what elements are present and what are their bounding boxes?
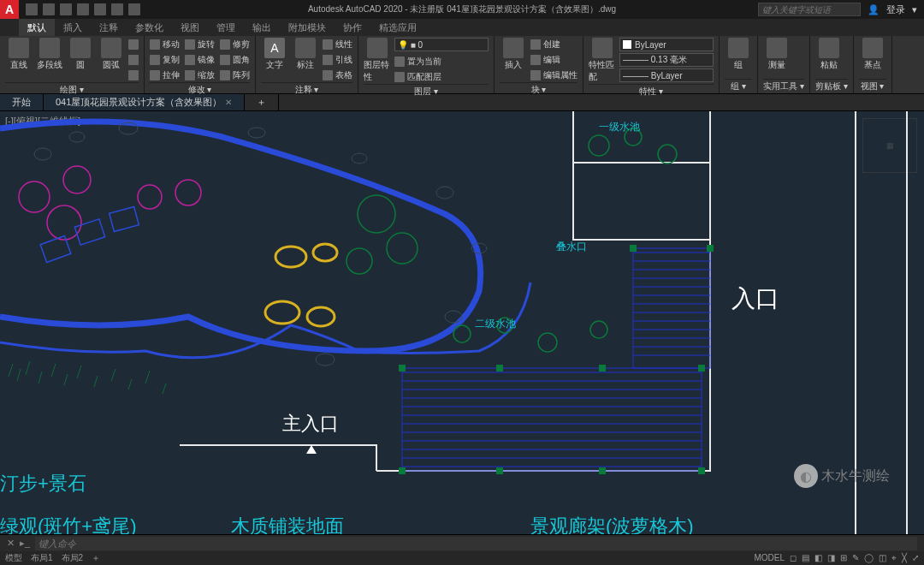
dim-button[interactable]: 标注 [292, 38, 319, 71]
layer-combo[interactable]: 💡 ■ 0 [394, 38, 489, 51]
panel-view-label[interactable]: 视图 ▾ [859, 79, 886, 93]
svg-rect-31 [402, 368, 702, 471]
panel-utils-label[interactable]: 实用工具 ▾ [763, 79, 804, 93]
tab-start[interactable]: 开始 [0, 94, 44, 110]
matchlayer-button[interactable]: 匹配图层 [394, 70, 489, 84]
layout-tab-2[interactable]: 布局2 [62, 552, 84, 564]
text-button[interactable]: A文字 [261, 38, 288, 71]
editattr-button[interactable]: 编辑属性 [530, 68, 578, 82]
wechat-icon: ◐ [794, 464, 818, 488]
color-combo[interactable]: ByLayer [619, 38, 714, 51]
array-button[interactable]: 阵列 [220, 68, 250, 82]
qat-open-icon[interactable] [43, 3, 55, 15]
status-osnap-icon[interactable]: ⊞ [840, 553, 847, 563]
svg-point-11 [346, 248, 372, 274]
hatch-button[interactable] [128, 53, 139, 67]
group-button[interactable]: 组 [725, 38, 752, 71]
linetype-combo[interactable]: ——— ByLayer [619, 68, 714, 82]
arc-button[interactable]: 圆弧 [98, 38, 125, 71]
command-input[interactable] [35, 537, 917, 550]
svg-point-10 [387, 233, 418, 264]
qat-saveas-icon[interactable] [77, 3, 89, 15]
status-ortho-icon[interactable]: ◧ [814, 553, 822, 563]
qat-undo-icon[interactable] [111, 3, 123, 15]
insert-button[interactable]: 插入 [500, 38, 527, 71]
tab-annotate[interactable]: 注释 [91, 19, 127, 36]
svg-point-9 [358, 195, 395, 233]
mirror-button[interactable]: 镜像 [185, 53, 215, 67]
status-grid-icon[interactable]: ◻ [790, 553, 797, 563]
insert-icon [503, 38, 524, 58]
panel-props-label[interactable]: 特性 ▾ [589, 84, 714, 98]
tab-default[interactable]: 默认 [19, 19, 55, 36]
tab-view[interactable]: 视图 [172, 19, 208, 36]
tab-manage[interactable]: 管理 [208, 19, 244, 36]
table-button[interactable]: 表格 [323, 68, 352, 82]
move-button[interactable]: 移动 [150, 38, 180, 51]
layer-props-button[interactable]: 图层特性 [364, 38, 391, 83]
edit-block-button[interactable]: 编辑 [530, 53, 578, 67]
trim-button[interactable]: 修剪 [220, 38, 250, 51]
layout-tab-1[interactable]: 布局1 [31, 552, 53, 564]
base-button[interactable]: 基点 [859, 38, 886, 71]
panel-block-label[interactable]: 块 ▾ [500, 82, 578, 97]
tab-insert[interactable]: 插入 [55, 19, 91, 36]
tab-addins[interactable]: 附加模块 [280, 19, 335, 36]
status-full-icon[interactable]: ⤢ [912, 553, 919, 563]
qat-redo-icon[interactable] [128, 3, 140, 15]
measure-button[interactable]: 测量 [763, 38, 791, 71]
layout-tab-model[interactable]: 模型 [5, 552, 22, 564]
status-lwt-icon[interactable]: ✎ [852, 553, 859, 563]
rotate-button[interactable]: 旋转 [185, 38, 215, 51]
layout-tab-add[interactable]: ＋ [92, 552, 100, 564]
login-link[interactable]: 登录 [886, 3, 905, 16]
linear-button[interactable]: 线性 [323, 38, 352, 51]
tab-parametric[interactable]: 参数化 [127, 19, 172, 36]
title-bar: A Autodesk AutoCAD 2020 - 未注册版 041屋顶花园景观… [0, 0, 924, 19]
leader-button[interactable]: 引线 [323, 53, 352, 67]
label-entrance-east: 入口 [732, 282, 779, 315]
copy-button[interactable]: 复制 [150, 53, 180, 67]
ellipse-button[interactable] [128, 68, 139, 82]
status-anno-icon[interactable]: ⌖ [891, 553, 897, 563]
status-polar-icon[interactable]: ◨ [827, 553, 835, 563]
paste-button[interactable]: 粘贴 [815, 38, 843, 71]
panel-layers-label[interactable]: 图层 ▾ [364, 84, 489, 98]
app-logo[interactable]: A [0, 0, 19, 19]
panel-groups-label[interactable]: 组 ▾ [725, 79, 752, 93]
status-ws-icon[interactable]: ╳ [902, 553, 907, 563]
rect-button[interactable] [128, 38, 139, 51]
status-trans-icon[interactable]: ◯ [864, 553, 874, 563]
matchprops-button[interactable]: 特性匹配 [589, 38, 616, 83]
scale-button[interactable]: 缩放 [185, 68, 215, 82]
line-icon [9, 38, 29, 58]
qat-plot-icon[interactable] [94, 3, 106, 15]
status-qs-icon[interactable]: ◫ [879, 553, 886, 563]
cmd-close-icon[interactable]: ✕ [7, 538, 15, 549]
ribbon-tabs: 默认 插入 注释 参数化 视图 管理 输出 附加模块 协作 精选应用 [0, 19, 924, 36]
circle-button[interactable]: 圆 [67, 38, 94, 71]
lineweight-combo[interactable]: ——— 0.13 毫米 [619, 53, 714, 67]
tab-collab[interactable]: 协作 [335, 19, 370, 36]
help-search-input[interactable] [758, 3, 861, 16]
tab-drawing[interactable]: 041屋顶花园景观设计方案（含效果图）✕ [44, 94, 245, 110]
panel-clip-label[interactable]: 剪贴板 ▾ [815, 79, 848, 93]
drawing-canvas[interactable]: [-][俯视][二维线框] ▦ [0, 111, 924, 539]
more-icon[interactable]: ▾ [912, 4, 917, 15]
user-icon[interactable]: 👤 [868, 4, 880, 15]
tab-new[interactable]: ＋ [245, 94, 279, 110]
stretch-button[interactable]: 拉伸 [150, 68, 180, 82]
qat-save-icon[interactable] [60, 3, 72, 15]
tab-featured[interactable]: 精选应用 [370, 19, 425, 36]
line-button[interactable]: 直线 [5, 38, 33, 71]
setcurrent-button[interactable]: 置为当前 [394, 55, 489, 68]
tab-output[interactable]: 输出 [244, 19, 280, 36]
polyline-button[interactable]: 多段线 [36, 38, 63, 71]
svg-point-1 [69, 132, 85, 142]
fillet-button[interactable]: 圆角 [220, 53, 250, 67]
create-block-button[interactable]: 创建 [530, 38, 578, 51]
status-model-icon[interactable]: MODEL [754, 553, 785, 563]
status-snap-icon[interactable]: ▤ [802, 553, 809, 563]
close-icon[interactable]: ✕ [225, 98, 232, 107]
qat-new-icon[interactable] [26, 3, 38, 15]
